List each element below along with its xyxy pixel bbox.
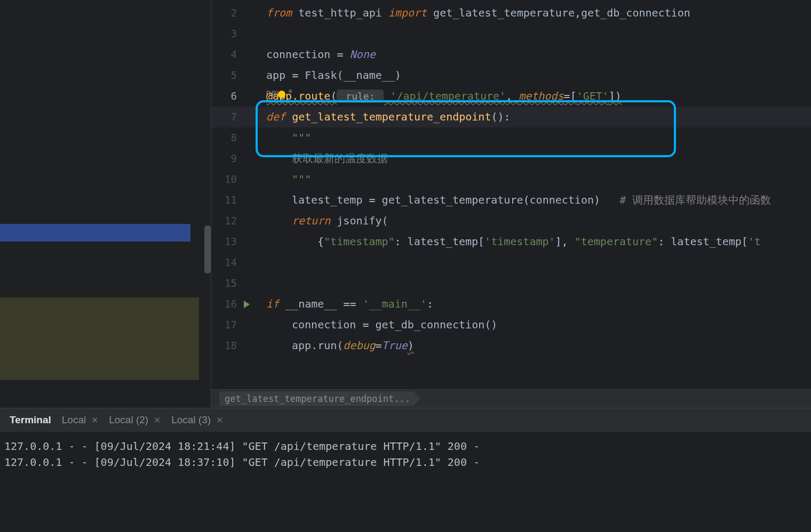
line-number[interactable]: 14 — [211, 252, 253, 273]
line-number[interactable]: 5 — [211, 65, 253, 86]
terminal-tab-local-3[interactable]: Local (3) ✕ — [171, 414, 223, 426]
line-number[interactable]: 8 — [211, 127, 253, 148]
line-number[interactable]: 11 — [211, 190, 253, 211]
code-line[interactable] — [253, 273, 811, 294]
line-number[interactable]: 6 — [211, 86, 253, 107]
line-number[interactable]: 2 — [211, 3, 253, 23]
code-line[interactable]: connection = get_db_connection() — [253, 315, 811, 335]
sidebar-section — [0, 297, 199, 380]
terminal-tab-local-2[interactable]: Local (2) ✕ — [109, 414, 161, 426]
project-sidebar[interactable] — [0, 0, 211, 408]
gutter[interactable]: 23456789101112131415161718 — [211, 0, 253, 389]
editor-area: 23456789101112131415161718 new * from te… — [211, 0, 811, 408]
code-line[interactable]: connection = None — [253, 44, 811, 65]
code-line[interactable]: from test_http_api import get_latest_tem… — [253, 3, 811, 23]
line-number[interactable]: 15 — [211, 273, 253, 294]
breadcrumb-bar: get_latest_temperature_endpoint... — [211, 389, 811, 408]
code-line[interactable]: 获取最新的温度数据 — [253, 148, 811, 169]
code-content[interactable]: new * from test_http_api import get_late… — [253, 0, 811, 389]
terminal-tab-local[interactable]: Local ✕ — [62, 414, 98, 426]
terminal-output[interactable]: 127.0.0.1 - - [09/Jul/2024 18:21:44] "GE… — [0, 432, 811, 477]
line-number[interactable]: 16 — [211, 294, 253, 315]
code-editor[interactable]: 23456789101112131415161718 new * from te… — [211, 0, 811, 389]
line-number[interactable]: 18 — [211, 335, 253, 356]
code-line[interactable]: """ — [253, 169, 811, 190]
code-line[interactable]: """ — [253, 127, 811, 148]
code-line[interactable]: if __name__ == '__main__': — [253, 294, 811, 315]
code-line[interactable]: app.run(debug=True) — [253, 335, 811, 356]
close-icon[interactable]: ✕ — [216, 415, 223, 425]
close-icon[interactable]: ✕ — [154, 415, 161, 425]
terminal-tool-label[interactable]: Terminal — [10, 414, 51, 426]
code-line[interactable]: @app.route( rule: '/api/temperature', me… — [253, 86, 811, 107]
breadcrumb-item[interactable]: get_latest_temperature_endpoint... — [219, 391, 420, 406]
line-number[interactable]: 17 — [211, 315, 253, 335]
intention-bulb-icon[interactable] — [278, 91, 285, 98]
code-line[interactable]: latest_temp = get_latest_temperature(con… — [253, 190, 811, 211]
close-icon[interactable]: ✕ — [91, 415, 98, 425]
terminal-log-line: 127.0.0.1 - - [09/Jul/2024 18:21:44] "GE… — [4, 438, 807, 454]
line-number[interactable]: 10 — [211, 169, 253, 190]
terminal-log-line: 127.0.0.1 - - [09/Jul/2024 18:37:10] "GE… — [4, 454, 807, 470]
run-gutter-icon[interactable] — [244, 301, 250, 308]
line-number[interactable]: 7 — [211, 107, 253, 127]
line-number[interactable]: 4 — [211, 44, 253, 65]
parameter-hint: rule: — [337, 90, 384, 103]
code-line[interactable]: app = Flask(__name__) — [253, 65, 811, 86]
code-line[interactable]: return jsonify( — [253, 211, 811, 231]
code-line[interactable] — [253, 252, 811, 273]
code-line[interactable] — [253, 23, 811, 44]
code-line[interactable]: {"timestamp": latest_temp['timestamp'], … — [253, 231, 811, 252]
terminal-panel: Terminal Local ✕ Local (2) ✕ Local (3) ✕… — [0, 408, 811, 532]
code-line[interactable]: def get_latest_temperature_endpoint(): — [253, 107, 811, 127]
line-number[interactable]: 13 — [211, 231, 253, 252]
sidebar-scrollbar[interactable] — [204, 225, 211, 273]
sidebar-selected-item[interactable] — [0, 224, 190, 241]
terminal-tabs: Terminal Local ✕ Local (2) ✕ Local (3) ✕ — [0, 408, 811, 432]
line-number[interactable]: 9 — [211, 148, 253, 169]
line-number[interactable]: 3 — [211, 23, 253, 44]
line-number[interactable]: 12 — [211, 211, 253, 231]
